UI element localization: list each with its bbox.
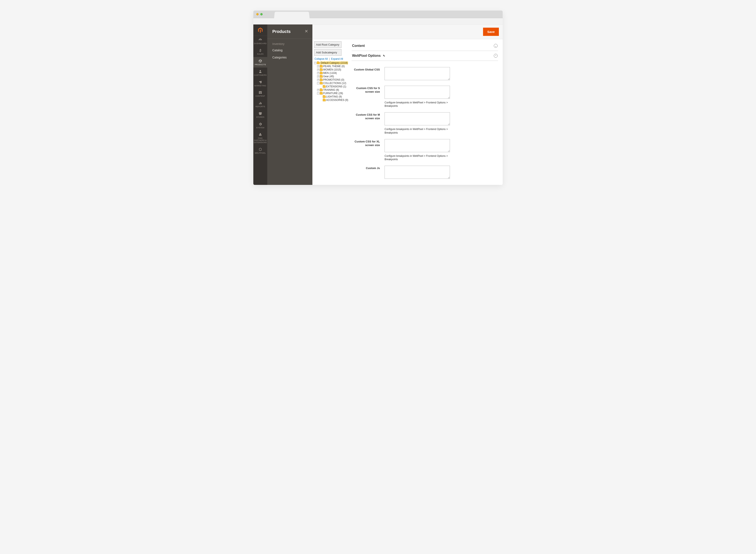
folder-icon bbox=[320, 65, 323, 67]
collapse-all-link[interactable]: Collapse All bbox=[315, 57, 328, 60]
folder-icon bbox=[317, 62, 320, 64]
folder-icon bbox=[320, 69, 323, 71]
tree-node[interactable]: ACCESSORIES (9) bbox=[320, 98, 349, 102]
field-global-css: Custom Global CSS bbox=[352, 67, 498, 81]
global-css-textarea[interactable] bbox=[385, 67, 450, 80]
rail-label: DASHBOARD bbox=[254, 43, 267, 45]
field-label: Custom CSS for S screen size bbox=[352, 86, 385, 94]
tree-node-label: ACCESSORIES (9) bbox=[326, 99, 348, 102]
folder-icon bbox=[320, 89, 323, 91]
cubes-icon bbox=[258, 133, 262, 136]
submenu-title: Products bbox=[272, 29, 307, 34]
browser-tab[interactable] bbox=[274, 12, 309, 18]
s-css-textarea[interactable] bbox=[385, 86, 450, 99]
tree-node-label: EXTENSIONS (1) bbox=[326, 85, 346, 88]
collapse-icon[interactable]: − bbox=[317, 92, 319, 95]
expand-icon[interactable]: + bbox=[317, 75, 319, 78]
tree-node[interactable]: LIGHTING (9) bbox=[320, 95, 349, 98]
rail-item-reports[interactable]: REPORTS bbox=[253, 99, 267, 110]
expand-icon[interactable]: + bbox=[317, 79, 319, 81]
tree-node-label: Gear (45) bbox=[323, 75, 334, 78]
gear-icon bbox=[258, 122, 262, 126]
tree-node-root[interactable]: − Default Category (2218) bbox=[314, 61, 349, 65]
rail-label: CONTENT bbox=[255, 95, 265, 97]
window-dot[interactable] bbox=[260, 13, 263, 15]
rail-item-content[interactable]: CONTENT bbox=[253, 89, 267, 99]
section-title: Content bbox=[352, 44, 365, 48]
collapse-icon[interactable]: − bbox=[317, 82, 319, 85]
rail-item-system[interactable]: SYSTEM bbox=[253, 120, 267, 131]
rail-label: REPORTS bbox=[255, 106, 265, 108]
tree-node[interactable]: −FURNITURE (29) bbox=[317, 92, 349, 95]
rail-item-sales[interactable]: SALES bbox=[253, 46, 267, 57]
section-title-text: WeltPixel Options bbox=[352, 54, 381, 58]
field-label: Custom Global CSS bbox=[352, 67, 385, 71]
hexagon-icon bbox=[258, 148, 262, 151]
expand-all-link[interactable]: Expand All bbox=[331, 57, 343, 60]
expand-icon[interactable]: + bbox=[317, 72, 319, 74]
xl-css-textarea[interactable] bbox=[385, 139, 450, 152]
field-body: Configure breakpoints in WeltPixel > Fro… bbox=[385, 86, 454, 108]
tree-node[interactable]: +MEN (1104) bbox=[317, 71, 349, 75]
rail-label: STORES bbox=[256, 116, 264, 118]
section-weltpixel[interactable]: WeltPixel Options ✎ ⌃ bbox=[352, 51, 498, 61]
tree-node[interactable]: +WOMEN (1015) bbox=[317, 68, 349, 71]
main-area: Save Add Root Category Add Subcategory C… bbox=[312, 24, 503, 185]
page-topbar: Save bbox=[312, 24, 503, 39]
app-shell: DASHBOARD SALES PRODUCTS CUSTOMERS MARKE… bbox=[253, 24, 503, 185]
m-css-textarea[interactable] bbox=[385, 112, 450, 125]
rail-item-products[interactable]: PRODUCTS bbox=[253, 57, 267, 67]
form-panel: Content ⌄ WeltPixel Options ✎ ⌃ Custom G… bbox=[351, 39, 503, 185]
rail-item-dashboard[interactable]: DASHBOARD bbox=[253, 36, 267, 46]
save-button[interactable]: Save bbox=[483, 27, 499, 36]
rail-item-partners[interactable]: FIND PARTNERS & EXTENSIONS bbox=[253, 131, 267, 146]
category-tree: − Default Category (2218) +PEARL THEME (… bbox=[314, 61, 349, 102]
pencil-icon[interactable]: ✎ bbox=[383, 54, 385, 57]
field-xl-css: Custom CSS for XL screen size Configure … bbox=[352, 139, 498, 161]
custom-js-textarea[interactable] bbox=[385, 166, 450, 179]
field-s-css: Custom CSS for S screen size Configure b… bbox=[352, 86, 498, 108]
folder-icon bbox=[323, 96, 326, 98]
admin-rail: DASHBOARD SALES PRODUCTS CUSTOMERS MARKE… bbox=[253, 24, 267, 185]
browser-chrome-bar bbox=[253, 10, 503, 18]
collapse-icon[interactable]: − bbox=[314, 62, 316, 64]
folder-icon bbox=[320, 92, 323, 95]
tree-node-label: PEARL THEME (0) bbox=[323, 65, 345, 68]
add-root-category-button[interactable]: Add Root Category bbox=[314, 41, 341, 48]
tree-node-label: PROMOTIONS (0) bbox=[323, 78, 344, 81]
tree-node[interactable]: −COLLECTIONS (12) bbox=[317, 81, 349, 85]
folder-icon bbox=[323, 99, 326, 101]
rail-item-weltpixel[interactable]: WELTPIXEL bbox=[253, 146, 267, 156]
close-icon[interactable]: ✕ bbox=[305, 29, 308, 33]
megaphone-icon bbox=[258, 80, 262, 84]
tree-node[interactable]: +PROMOTIONS (0) bbox=[317, 78, 349, 81]
rail-label: SYSTEM bbox=[256, 127, 264, 129]
expand-icon[interactable]: + bbox=[317, 69, 319, 71]
browser-url-bar bbox=[253, 18, 503, 24]
expand-icon[interactable]: + bbox=[317, 89, 319, 91]
section-content[interactable]: Content ⌄ bbox=[352, 41, 498, 51]
field-label: Custom CSS for XL screen size bbox=[352, 139, 385, 147]
tree-node[interactable]: EXTENSIONS (1) bbox=[320, 85, 349, 88]
tree-node-label: WOMEN (1015) bbox=[323, 68, 341, 71]
field-body bbox=[385, 67, 454, 81]
spacer bbox=[320, 99, 322, 101]
box-icon bbox=[258, 59, 262, 63]
add-subcategory-button[interactable]: Add Subcategory bbox=[314, 49, 341, 56]
expand-icon[interactable]: + bbox=[317, 65, 319, 67]
submenu-link-categories[interactable]: Categories bbox=[272, 56, 307, 59]
submenu-link-catalog[interactable]: Catalog bbox=[272, 49, 307, 52]
rail-item-marketing[interactable]: MARKETING bbox=[253, 78, 267, 89]
chevron-up-icon: ⌃ bbox=[494, 54, 498, 58]
tree-node[interactable]: +Gear (45) bbox=[317, 75, 349, 78]
gauge-icon bbox=[258, 38, 262, 42]
magento-logo[interactable] bbox=[253, 24, 267, 36]
layout-icon bbox=[258, 91, 262, 94]
rail-item-customers[interactable]: CUSTOMERS bbox=[253, 67, 267, 78]
field-hint: Configure breakpoints in WeltPixel > Fro… bbox=[385, 154, 450, 161]
rail-label: FIND PARTNERS & EXTENSIONS bbox=[254, 137, 267, 144]
rail-item-stores[interactable]: STORES bbox=[253, 110, 267, 120]
window-dot[interactable] bbox=[256, 13, 259, 15]
tree-node[interactable]: +PEARL THEME (0) bbox=[317, 65, 349, 68]
tree-node[interactable]: +TRAINING (6) bbox=[317, 88, 349, 92]
